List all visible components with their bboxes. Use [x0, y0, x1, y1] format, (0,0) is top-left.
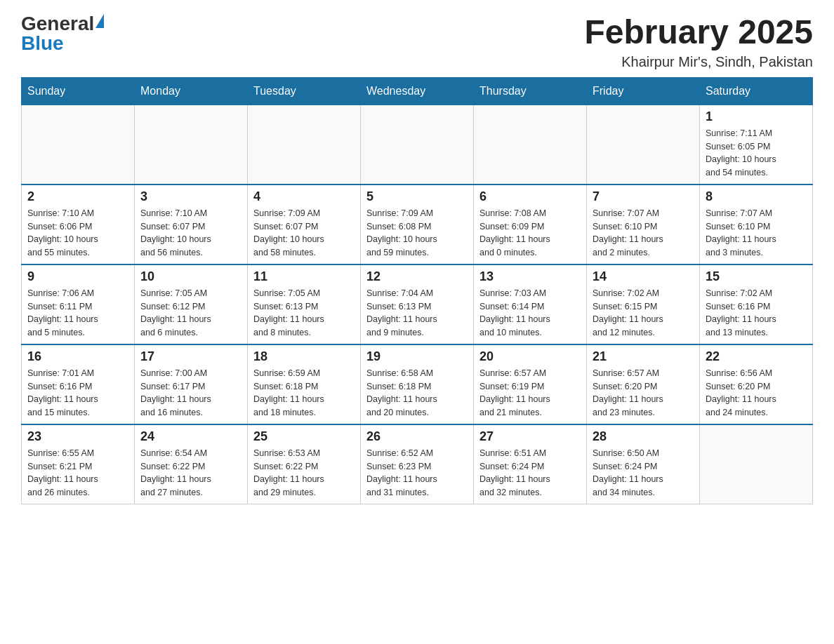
- day-info: Sunrise: 6:58 AMSunset: 6:18 PMDaylight:…: [366, 367, 468, 420]
- calendar-cell: 19Sunrise: 6:58 AMSunset: 6:18 PMDayligh…: [361, 344, 474, 424]
- day-number: 23: [27, 429, 128, 444]
- day-number: 18: [253, 349, 355, 364]
- day-info: Sunrise: 7:06 AMSunset: 6:11 PMDaylight:…: [27, 287, 128, 340]
- weekday-header-saturday: Saturday: [700, 77, 813, 105]
- day-number: 10: [140, 269, 241, 284]
- calendar-cell: 10Sunrise: 7:05 AMSunset: 6:12 PMDayligh…: [135, 264, 248, 344]
- calendar-cell: 26Sunrise: 6:52 AMSunset: 6:23 PMDayligh…: [361, 424, 474, 504]
- calendar-cell: 17Sunrise: 7:00 AMSunset: 6:17 PMDayligh…: [135, 344, 248, 424]
- day-number: 27: [479, 429, 581, 444]
- day-info: Sunrise: 7:05 AMSunset: 6:12 PMDaylight:…: [140, 287, 241, 340]
- day-info: Sunrise: 6:53 AMSunset: 6:22 PMDaylight:…: [253, 447, 355, 499]
- weekday-header-wednesday: Wednesday: [361, 77, 474, 105]
- day-info: Sunrise: 6:57 AMSunset: 6:20 PMDaylight:…: [593, 367, 694, 420]
- day-info: Sunrise: 6:52 AMSunset: 6:23 PMDaylight:…: [366, 447, 468, 499]
- day-info: Sunrise: 7:09 AMSunset: 6:08 PMDaylight:…: [366, 207, 468, 260]
- day-info: Sunrise: 7:04 AMSunset: 6:13 PMDaylight:…: [366, 287, 468, 340]
- title-block: February 2025 Khairpur Mir's, Sindh, Pak…: [584, 14, 813, 70]
- day-info: Sunrise: 7:08 AMSunset: 6:09 PMDaylight:…: [479, 207, 581, 260]
- calendar-cell: 2Sunrise: 7:10 AMSunset: 6:06 PMDaylight…: [22, 185, 135, 264]
- calendar-cell: 16Sunrise: 7:01 AMSunset: 6:16 PMDayligh…: [22, 344, 135, 424]
- day-number: 24: [140, 429, 241, 444]
- day-info: Sunrise: 7:03 AMSunset: 6:14 PMDaylight:…: [479, 287, 581, 340]
- day-number: 7: [593, 189, 694, 204]
- day-number: 5: [366, 189, 468, 204]
- calendar-week-row: 9Sunrise: 7:06 AMSunset: 6:11 PMDaylight…: [22, 264, 813, 344]
- day-number: 3: [140, 189, 241, 204]
- day-number: 15: [706, 269, 807, 284]
- weekday-header-monday: Monday: [135, 77, 248, 105]
- day-info: Sunrise: 7:02 AMSunset: 6:16 PMDaylight:…: [706, 287, 807, 340]
- logo: General Blue: [21, 14, 104, 53]
- day-number: 17: [140, 349, 241, 364]
- day-number: 22: [706, 349, 807, 364]
- day-info: Sunrise: 7:05 AMSunset: 6:13 PMDaylight:…: [253, 287, 355, 340]
- calendar-cell: 3Sunrise: 7:10 AMSunset: 6:07 PMDaylight…: [135, 185, 248, 264]
- day-info: Sunrise: 6:57 AMSunset: 6:19 PMDaylight:…: [479, 367, 581, 420]
- calendar-cell: [248, 105, 361, 185]
- day-info: Sunrise: 7:09 AMSunset: 6:07 PMDaylight:…: [253, 207, 355, 260]
- calendar-cell: 4Sunrise: 7:09 AMSunset: 6:07 PMDaylight…: [248, 185, 361, 264]
- day-number: 9: [27, 269, 128, 284]
- calendar-cell: 22Sunrise: 6:56 AMSunset: 6:20 PMDayligh…: [700, 344, 813, 424]
- day-number: 21: [593, 349, 694, 364]
- day-number: 26: [366, 429, 468, 444]
- calendar-cell: 7Sunrise: 7:07 AMSunset: 6:10 PMDaylight…: [587, 185, 700, 264]
- day-info: Sunrise: 7:10 AMSunset: 6:06 PMDaylight:…: [27, 207, 128, 260]
- day-number: 4: [253, 189, 355, 204]
- calendar-cell: 27Sunrise: 6:51 AMSunset: 6:24 PMDayligh…: [474, 424, 587, 504]
- calendar-cell: [22, 105, 135, 185]
- calendar-week-row: 23Sunrise: 6:55 AMSunset: 6:21 PMDayligh…: [22, 424, 813, 504]
- day-info: Sunrise: 6:51 AMSunset: 6:24 PMDaylight:…: [479, 447, 581, 499]
- calendar-week-row: 16Sunrise: 7:01 AMSunset: 6:16 PMDayligh…: [22, 344, 813, 424]
- calendar-cell: [700, 424, 813, 504]
- day-info: Sunrise: 7:01 AMSunset: 6:16 PMDaylight:…: [27, 367, 128, 420]
- day-info: Sunrise: 7:00 AMSunset: 6:17 PMDaylight:…: [140, 367, 241, 420]
- day-info: Sunrise: 6:54 AMSunset: 6:22 PMDaylight:…: [140, 447, 241, 499]
- day-info: Sunrise: 7:11 AMSunset: 6:05 PMDaylight:…: [706, 127, 807, 180]
- month-title: February 2025: [584, 14, 813, 51]
- calendar-cell: 20Sunrise: 6:57 AMSunset: 6:19 PMDayligh…: [474, 344, 587, 424]
- weekday-header-thursday: Thursday: [474, 77, 587, 105]
- calendar-cell: 28Sunrise: 6:50 AMSunset: 6:24 PMDayligh…: [587, 424, 700, 504]
- day-number: 14: [593, 269, 694, 284]
- day-info: Sunrise: 6:59 AMSunset: 6:18 PMDaylight:…: [253, 367, 355, 420]
- calendar-cell: 12Sunrise: 7:04 AMSunset: 6:13 PMDayligh…: [361, 264, 474, 344]
- calendar-cell: 24Sunrise: 6:54 AMSunset: 6:22 PMDayligh…: [135, 424, 248, 504]
- location-title: Khairpur Mir's, Sindh, Pakistan: [584, 54, 813, 70]
- page-header: General Blue February 2025 Khairpur Mir'…: [21, 14, 813, 70]
- calendar-week-row: 2Sunrise: 7:10 AMSunset: 6:06 PMDaylight…: [22, 185, 813, 264]
- calendar-table: SundayMondayTuesdayWednesdayThursdayFrid…: [21, 77, 813, 504]
- calendar-cell: 14Sunrise: 7:02 AMSunset: 6:15 PMDayligh…: [587, 264, 700, 344]
- day-number: 1: [706, 109, 807, 124]
- day-number: 28: [593, 429, 694, 444]
- calendar-cell: 1Sunrise: 7:11 AMSunset: 6:05 PMDaylight…: [700, 105, 813, 185]
- calendar-cell: 18Sunrise: 6:59 AMSunset: 6:18 PMDayligh…: [248, 344, 361, 424]
- day-info: Sunrise: 7:07 AMSunset: 6:10 PMDaylight:…: [706, 207, 807, 260]
- logo-blue-text: Blue: [21, 34, 64, 53]
- calendar-cell: [361, 105, 474, 185]
- calendar-cell: 11Sunrise: 7:05 AMSunset: 6:13 PMDayligh…: [248, 264, 361, 344]
- calendar-week-row: 1Sunrise: 7:11 AMSunset: 6:05 PMDaylight…: [22, 105, 813, 185]
- day-info: Sunrise: 7:10 AMSunset: 6:07 PMDaylight:…: [140, 207, 241, 260]
- calendar-cell: 6Sunrise: 7:08 AMSunset: 6:09 PMDaylight…: [474, 185, 587, 264]
- calendar-cell: [474, 105, 587, 185]
- logo-triangle-icon: [95, 14, 104, 28]
- calendar-cell: 8Sunrise: 7:07 AMSunset: 6:10 PMDaylight…: [700, 185, 813, 264]
- day-number: 2: [27, 189, 128, 204]
- weekday-header-friday: Friday: [587, 77, 700, 105]
- day-number: 6: [479, 189, 581, 204]
- calendar-cell: 23Sunrise: 6:55 AMSunset: 6:21 PMDayligh…: [22, 424, 135, 504]
- day-number: 11: [253, 269, 355, 284]
- day-number: 8: [706, 189, 807, 204]
- day-info: Sunrise: 6:56 AMSunset: 6:20 PMDaylight:…: [706, 367, 807, 420]
- day-info: Sunrise: 7:02 AMSunset: 6:15 PMDaylight:…: [593, 287, 694, 340]
- calendar-cell: [135, 105, 248, 185]
- day-number: 12: [366, 269, 468, 284]
- calendar-cell: 5Sunrise: 7:09 AMSunset: 6:08 PMDaylight…: [361, 185, 474, 264]
- day-info: Sunrise: 6:55 AMSunset: 6:21 PMDaylight:…: [27, 447, 128, 499]
- calendar-cell: [587, 105, 700, 185]
- logo-general-text: General: [21, 14, 94, 34]
- day-number: 13: [479, 269, 581, 284]
- calendar-cell: 21Sunrise: 6:57 AMSunset: 6:20 PMDayligh…: [587, 344, 700, 424]
